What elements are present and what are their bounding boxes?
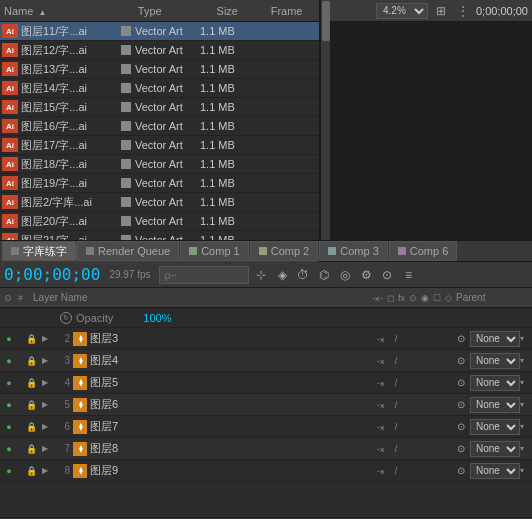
parent-select[interactable]: None xyxy=(470,331,520,347)
scroll-thumb[interactable] xyxy=(322,1,330,41)
layer-lock[interactable]: 🔒 xyxy=(24,442,38,456)
parent-select[interactable]: None xyxy=(470,375,520,391)
file-row[interactable]: Ai 图层17/字...ai Vector Art 1.1 MB xyxy=(0,136,319,155)
layer-lock[interactable]: 🔒 xyxy=(24,420,38,434)
switch-transform[interactable]: -⁎ xyxy=(374,398,388,412)
layer-row[interactable]: ● 🔒 ▶ 4 ⧫ 图层5 -⁎ / ⊙ None ▾ xyxy=(0,372,532,394)
tab-comp3[interactable]: Comp 3 xyxy=(319,241,388,261)
switch-transform[interactable]: -⁎ xyxy=(374,420,388,434)
parent-arrow[interactable]: ▾ xyxy=(520,444,530,453)
fit-icon[interactable]: ⊞ xyxy=(432,2,450,20)
switch-transform[interactable]: -⁎ xyxy=(374,354,388,368)
parent-arrow[interactable]: ▾ xyxy=(520,422,530,431)
switch-edit[interactable]: / xyxy=(389,376,403,390)
switch-edit[interactable]: / xyxy=(389,398,403,412)
file-row[interactable]: Ai 图层13/字...ai Vector Art 1.1 MB xyxy=(0,60,319,79)
file-size: 1.1 MB xyxy=(200,196,250,208)
parent-select[interactable]: None xyxy=(470,353,520,369)
switch-edit[interactable]: / xyxy=(389,464,403,478)
camera-icon[interactable]: ⌬ xyxy=(315,266,333,284)
layer-lock[interactable]: 🔒 xyxy=(24,464,38,478)
parent-select[interactable]: None xyxy=(470,419,520,435)
layer-expand[interactable]: ▶ xyxy=(40,334,50,344)
layer-row[interactable]: ● 🔒 ▶ 8 ⧫ 图层9 -⁎ / ⊙ None ▾ xyxy=(0,460,532,482)
layer-expand[interactable]: ▶ xyxy=(40,466,50,476)
switch-edit[interactable]: / xyxy=(389,354,403,368)
file-row[interactable]: Ai 图层14/字...ai Vector Art 1.1 MB xyxy=(0,79,319,98)
file-row[interactable]: Ai 图层18/字...ai Vector Art 1.1 MB xyxy=(0,155,319,174)
layer-eye[interactable]: ● xyxy=(2,332,16,346)
layer-lock[interactable]: 🔒 xyxy=(24,354,38,368)
timecode-display[interactable]: 0;00;00;00 xyxy=(4,265,100,284)
parent-pick[interactable]: ⊙ xyxy=(452,462,470,480)
layer-expand[interactable]: ▶ xyxy=(40,378,50,388)
layer-row[interactable]: ● 🔒 ▶ 7 ⧫ 图层8 -⁎ / ⊙ None ▾ xyxy=(0,438,532,460)
layer-eye[interactable]: ● xyxy=(2,420,16,434)
file-row[interactable]: Ai 图层21/字...ai Vector Art 1.1 MB xyxy=(0,231,319,240)
parent-pick[interactable]: ⊙ xyxy=(452,418,470,436)
layer-eye[interactable]: ● xyxy=(2,376,16,390)
magnify-icon[interactable]: ◎ xyxy=(336,266,354,284)
zoom-select[interactable]: 4.2% 10% 25% 50% 100% xyxy=(376,3,428,19)
switch-edit[interactable]: / xyxy=(389,442,403,456)
layer-row[interactable]: ● 🔒 ▶ 6 ⧫ 图层7 -⁎ / ⊙ None ▾ xyxy=(0,416,532,438)
tab-comp6[interactable]: Comp 6 xyxy=(389,241,458,261)
col-name-header: Name ▲ xyxy=(4,5,122,17)
layer-expand[interactable]: ▶ xyxy=(40,356,50,366)
switch-edit[interactable]: / xyxy=(389,420,403,434)
more-icon[interactable]: ≡ xyxy=(399,266,417,284)
tab-comp2[interactable]: Comp 2 xyxy=(250,241,319,261)
settings-icon[interactable]: ⚙ xyxy=(357,266,375,284)
layer-lock[interactable]: 🔒 xyxy=(24,332,38,346)
file-row[interactable]: Ai 图层15/字...ai Vector Art 1.1 MB xyxy=(0,98,319,117)
tab-renderQueue[interactable]: Render Queue xyxy=(77,241,179,261)
graph-icon[interactable]: ◈ xyxy=(273,266,291,284)
parent-pick[interactable]: ⊙ xyxy=(452,396,470,414)
layer-row[interactable]: ● 🔒 ▶ 2 ⧫ 图层3 -⁎ / ⊙ None ▾ xyxy=(0,328,532,350)
layer-eye[interactable]: ● xyxy=(2,354,16,368)
layer-eye[interactable]: ● xyxy=(2,464,16,478)
file-row[interactable]: Ai 图层2/字库...ai Vector Art 1.1 MB xyxy=(0,193,319,212)
file-row[interactable]: Ai 图层20/字...ai Vector Art 1.1 MB xyxy=(0,212,319,231)
parent-pick[interactable]: ⊙ xyxy=(452,352,470,370)
layer-icon: ⧫ xyxy=(73,420,87,434)
parent-arrow[interactable]: ▾ xyxy=(520,400,530,409)
file-row[interactable]: Ai 图层11/字...ai Vector Art 1.1 MB xyxy=(0,22,319,41)
crosshair-icon[interactable]: ⊹ xyxy=(252,266,270,284)
layer-eye[interactable]: ● xyxy=(2,398,16,412)
layer-lock[interactable]: 🔒 xyxy=(24,376,38,390)
parent-select[interactable]: None xyxy=(470,397,520,413)
stopwatch-icon[interactable]: ⏱ xyxy=(294,266,312,284)
file-row[interactable]: Ai 图层16/字...ai Vector Art 1.1 MB xyxy=(0,117,319,136)
switch-transform[interactable]: -⁎ xyxy=(374,376,388,390)
switch-transform[interactable]: -⁎ xyxy=(374,332,388,346)
timer-icon[interactable]: ⊙ xyxy=(378,266,396,284)
layer-search-input[interactable] xyxy=(159,266,249,284)
layer-row[interactable]: ● 🔒 ▶ 3 ⧫ 图层4 -⁎ / ⊙ None ▾ xyxy=(0,350,532,372)
parent-pick[interactable]: ⊙ xyxy=(452,330,470,348)
parent-select[interactable]: None xyxy=(470,463,520,479)
parent-select[interactable]: None xyxy=(470,441,520,457)
grid-icon[interactable]: ⋮ xyxy=(454,2,472,20)
parent-arrow[interactable]: ▾ xyxy=(520,378,530,387)
file-list-scrollbar[interactable] xyxy=(320,0,330,240)
tab-comp1[interactable]: Comp 1 xyxy=(180,241,249,261)
switch-transform[interactable]: -⁎ xyxy=(374,464,388,478)
parent-arrow[interactable]: ▾ xyxy=(520,466,530,475)
file-row[interactable]: Ai 图层12/字...ai Vector Art 1.1 MB xyxy=(0,41,319,60)
tab-zikuliezi[interactable]: 字库练字 xyxy=(2,241,76,261)
file-row[interactable]: Ai 图层19/字...ai Vector Art 1.1 MB xyxy=(0,174,319,193)
layer-expand[interactable]: ▶ xyxy=(40,400,50,410)
parent-pick[interactable]: ⊙ xyxy=(452,374,470,392)
parent-pick[interactable]: ⊙ xyxy=(452,440,470,458)
layer-expand[interactable]: ▶ xyxy=(40,444,50,454)
switch-transform[interactable]: -⁎ xyxy=(374,442,388,456)
layer-lock[interactable]: 🔒 xyxy=(24,398,38,412)
layer-expand[interactable]: ▶ xyxy=(40,422,50,432)
layer-row[interactable]: ● 🔒 ▶ 5 ⧫ 图层6 -⁎ / ⊙ None ▾ xyxy=(0,394,532,416)
layer-eye[interactable]: ● xyxy=(2,442,16,456)
switch-edit[interactable]: / xyxy=(389,332,403,346)
parent-arrow[interactable]: ▾ xyxy=(520,356,530,365)
file-icon: Ai xyxy=(2,43,18,57)
parent-arrow[interactable]: ▾ xyxy=(520,334,530,343)
